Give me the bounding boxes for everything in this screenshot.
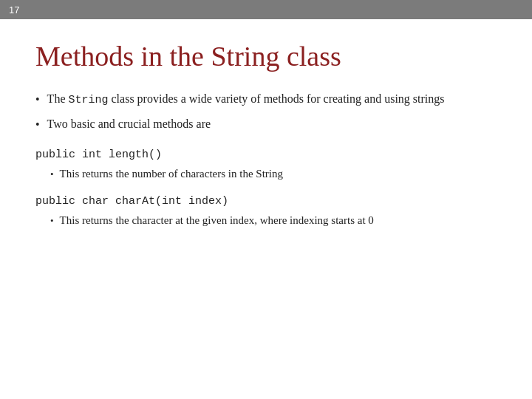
code-block-1: public int length() — [35, 149, 497, 161]
list-item: • The String class provides a wide varie… — [35, 90, 497, 109]
bullet-text-1: The String class provides a wide variety… — [47, 90, 497, 109]
code-text-length: public int length() — [35, 149, 162, 161]
slide-container: 17 Methods in the String class • The Str… — [0, 0, 532, 399]
code-block-2: public char charAt(int index) — [35, 195, 497, 208]
inline-code-string: String — [68, 94, 108, 106]
slide-number: 17 — [9, 4, 19, 16]
slide-content: Methods in the String class • The String… — [0, 19, 532, 399]
code-text-charat: public char charAt(int index) — [35, 195, 228, 208]
sub-bullet-dot-1: • — [50, 167, 54, 182]
sub-bullet-text-2: This returns the character at the given … — [60, 212, 497, 229]
sub-bullet-1: • This returns the number of characters … — [50, 166, 497, 183]
sub-bullet-dot-2: • — [50, 214, 54, 228]
sub-bullet-text-1: This returns the number of characters in… — [60, 166, 497, 183]
slide-title: Methods in the String class — [35, 40, 497, 72]
sub-bullet-2: • This returns the character at the give… — [50, 212, 497, 229]
slide-header: 17 — [0, 0, 532, 19]
bullet-dot-2: • — [35, 116, 40, 134]
bullet-text-2: Two basic and crucial methods are — [47, 115, 497, 133]
bullet-list: • The String class provides a wide varie… — [35, 90, 497, 134]
list-item: • Two basic and crucial methods are — [35, 115, 497, 134]
bullet-dot: • — [35, 91, 40, 109]
